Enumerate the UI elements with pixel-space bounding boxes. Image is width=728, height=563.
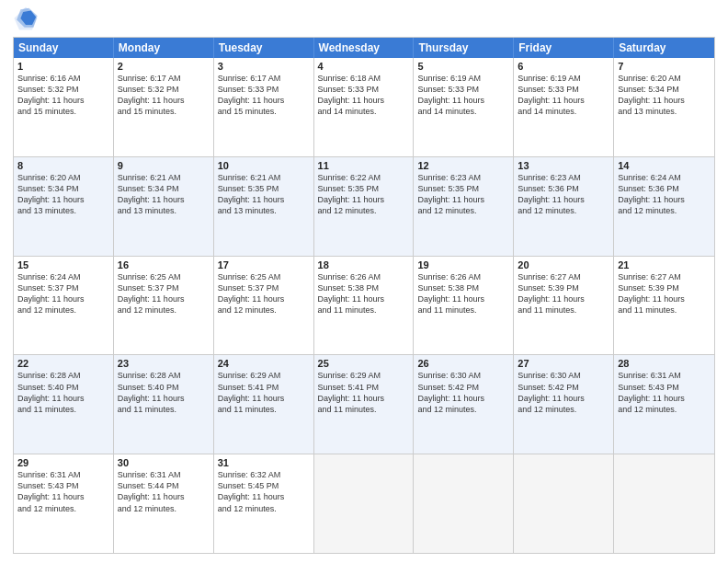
calendar: SundayMondayTuesdayWednesdayThursdayFrid… [13, 37, 715, 554]
calendar-cell: 30Sunrise: 6:31 AMSunset: 5:44 PMDayligh… [114, 454, 214, 553]
day-number: 13 [518, 160, 609, 171]
calendar-body: 1Sunrise: 6:16 AMSunset: 5:32 PMDaylight… [14, 58, 714, 553]
day-header-tuesday: Tuesday [214, 38, 314, 58]
day-number: 8 [17, 160, 109, 171]
calendar-cell: 7Sunrise: 6:20 AMSunset: 5:34 PMDaylight… [614, 58, 714, 156]
cell-info: Sunrise: 6:23 AMSunset: 5:35 PMDaylight:… [417, 172, 509, 217]
day-number: 27 [518, 358, 609, 369]
calendar-cell: 6Sunrise: 6:19 AMSunset: 5:33 PMDaylight… [514, 58, 614, 156]
cell-info: Sunrise: 6:30 AMSunset: 5:42 PMDaylight:… [417, 370, 509, 415]
day-number: 14 [618, 160, 711, 171]
day-number: 1 [17, 61, 109, 72]
cell-info: Sunrise: 6:31 AMSunset: 5:43 PMDaylight:… [618, 370, 711, 415]
day-number: 3 [218, 61, 310, 72]
cell-info: Sunrise: 6:28 AMSunset: 5:40 PMDaylight:… [17, 370, 109, 415]
calendar-cell: 29Sunrise: 6:31 AMSunset: 5:43 PMDayligh… [14, 454, 114, 553]
cell-info: Sunrise: 6:27 AMSunset: 5:39 PMDaylight:… [518, 271, 609, 316]
calendar-week-5: 29Sunrise: 6:31 AMSunset: 5:43 PMDayligh… [14, 454, 714, 553]
day-number: 16 [118, 259, 210, 270]
day-number: 26 [417, 358, 509, 369]
day-number: 15 [17, 259, 109, 270]
day-header-monday: Monday [114, 38, 214, 58]
calendar-cell: 22Sunrise: 6:28 AMSunset: 5:40 PMDayligh… [14, 355, 114, 454]
calendar-cell: 3Sunrise: 6:17 AMSunset: 5:33 PMDaylight… [214, 58, 314, 156]
calendar-cell: 5Sunrise: 6:19 AMSunset: 5:33 PMDaylight… [414, 58, 514, 156]
cell-info: Sunrise: 6:27 AMSunset: 5:39 PMDaylight:… [618, 271, 711, 316]
calendar-cell: 25Sunrise: 6:29 AMSunset: 5:41 PMDayligh… [314, 355, 415, 454]
calendar-cell: 21Sunrise: 6:27 AMSunset: 5:39 PMDayligh… [614, 257, 714, 355]
cell-info: Sunrise: 6:19 AMSunset: 5:33 PMDaylight:… [417, 73, 509, 118]
day-number: 17 [218, 259, 310, 270]
day-number: 24 [218, 358, 310, 369]
calendar-cell: 19Sunrise: 6:26 AMSunset: 5:38 PMDayligh… [414, 257, 514, 355]
calendar-cell: 27Sunrise: 6:30 AMSunset: 5:42 PMDayligh… [514, 355, 614, 454]
cell-info: Sunrise: 6:24 AMSunset: 5:37 PMDaylight:… [17, 271, 109, 316]
cell-info: Sunrise: 6:30 AMSunset: 5:42 PMDaylight:… [518, 370, 609, 415]
calendar-cell: 4Sunrise: 6:18 AMSunset: 5:33 PMDaylight… [314, 58, 415, 156]
day-number: 10 [218, 160, 310, 171]
calendar-cell: 31Sunrise: 6:32 AMSunset: 5:45 PMDayligh… [214, 454, 314, 553]
day-number: 22 [17, 358, 109, 369]
calendar-week-2: 8Sunrise: 6:20 AMSunset: 5:34 PMDaylight… [14, 156, 714, 256]
calendar-cell: 11Sunrise: 6:22 AMSunset: 5:35 PMDayligh… [314, 157, 415, 256]
cell-info: Sunrise: 6:26 AMSunset: 5:38 PMDaylight:… [318, 271, 410, 316]
calendar-cell: 20Sunrise: 6:27 AMSunset: 5:39 PMDayligh… [514, 257, 614, 355]
calendar-week-3: 15Sunrise: 6:24 AMSunset: 5:37 PMDayligh… [14, 256, 714, 355]
calendar-cell: 1Sunrise: 6:16 AMSunset: 5:32 PMDaylight… [14, 58, 114, 156]
day-number: 5 [417, 61, 509, 72]
cell-info: Sunrise: 6:31 AMSunset: 5:44 PMDaylight:… [118, 469, 210, 514]
cell-info: Sunrise: 6:22 AMSunset: 5:35 PMDaylight:… [318, 172, 410, 217]
cell-info: Sunrise: 6:32 AMSunset: 5:45 PMDaylight:… [218, 469, 310, 514]
calendar-cell [614, 454, 714, 553]
day-number: 20 [518, 259, 609, 270]
day-number: 6 [518, 61, 609, 72]
calendar-cell: 28Sunrise: 6:31 AMSunset: 5:43 PMDayligh… [614, 355, 714, 454]
calendar-cell [414, 454, 514, 553]
logo-icon [13, 6, 39, 31]
cell-info: Sunrise: 6:29 AMSunset: 5:41 PMDaylight:… [218, 370, 310, 415]
day-number: 11 [318, 160, 410, 171]
day-header-thursday: Thursday [414, 38, 514, 58]
logo [13, 9, 40, 31]
day-number: 25 [318, 358, 410, 369]
cell-info: Sunrise: 6:23 AMSunset: 5:36 PMDaylight:… [518, 172, 609, 217]
day-number: 29 [17, 457, 109, 468]
calendar-cell: 14Sunrise: 6:24 AMSunset: 5:36 PMDayligh… [614, 157, 714, 256]
calendar-header: SundayMondayTuesdayWednesdayThursdayFrid… [14, 38, 714, 58]
cell-info: Sunrise: 6:21 AMSunset: 5:35 PMDaylight:… [218, 172, 310, 217]
calendar-cell: 8Sunrise: 6:20 AMSunset: 5:34 PMDaylight… [14, 157, 114, 256]
cell-info: Sunrise: 6:16 AMSunset: 5:32 PMDaylight:… [17, 73, 109, 118]
header [13, 9, 715, 31]
calendar-cell: 18Sunrise: 6:26 AMSunset: 5:38 PMDayligh… [314, 257, 415, 355]
day-header-saturday: Saturday [614, 38, 714, 58]
calendar-cell [314, 454, 415, 553]
calendar-cell: 13Sunrise: 6:23 AMSunset: 5:36 PMDayligh… [514, 157, 614, 256]
calendar-cell: 15Sunrise: 6:24 AMSunset: 5:37 PMDayligh… [14, 257, 114, 355]
calendar-cell: 24Sunrise: 6:29 AMSunset: 5:41 PMDayligh… [214, 355, 314, 454]
calendar-cell: 2Sunrise: 6:17 AMSunset: 5:32 PMDaylight… [114, 58, 214, 156]
cell-info: Sunrise: 6:18 AMSunset: 5:33 PMDaylight:… [318, 73, 410, 118]
cell-info: Sunrise: 6:25 AMSunset: 5:37 PMDaylight:… [118, 271, 210, 316]
cell-info: Sunrise: 6:25 AMSunset: 5:37 PMDaylight:… [218, 271, 310, 316]
day-number: 21 [618, 259, 711, 270]
calendar-cell: 26Sunrise: 6:30 AMSunset: 5:42 PMDayligh… [414, 355, 514, 454]
day-number: 12 [417, 160, 509, 171]
cell-info: Sunrise: 6:17 AMSunset: 5:32 PMDaylight:… [118, 73, 210, 118]
cell-info: Sunrise: 6:17 AMSunset: 5:33 PMDaylight:… [218, 73, 310, 118]
calendar-cell: 16Sunrise: 6:25 AMSunset: 5:37 PMDayligh… [114, 257, 214, 355]
cell-info: Sunrise: 6:31 AMSunset: 5:43 PMDaylight:… [17, 469, 109, 514]
calendar-cell: 10Sunrise: 6:21 AMSunset: 5:35 PMDayligh… [214, 157, 314, 256]
day-number: 28 [618, 358, 711, 369]
calendar-cell: 17Sunrise: 6:25 AMSunset: 5:37 PMDayligh… [214, 257, 314, 355]
day-number: 9 [118, 160, 210, 171]
calendar-week-4: 22Sunrise: 6:28 AMSunset: 5:40 PMDayligh… [14, 354, 714, 454]
calendar-cell: 9Sunrise: 6:21 AMSunset: 5:34 PMDaylight… [114, 157, 214, 256]
day-number: 18 [318, 259, 410, 270]
day-number: 30 [118, 457, 210, 468]
day-header-friday: Friday [514, 38, 614, 58]
day-number: 7 [618, 61, 711, 72]
cell-info: Sunrise: 6:19 AMSunset: 5:33 PMDaylight:… [518, 73, 609, 118]
calendar-cell: 23Sunrise: 6:28 AMSunset: 5:40 PMDayligh… [114, 355, 214, 454]
day-number: 2 [118, 61, 210, 72]
cell-info: Sunrise: 6:28 AMSunset: 5:40 PMDaylight:… [118, 370, 210, 415]
